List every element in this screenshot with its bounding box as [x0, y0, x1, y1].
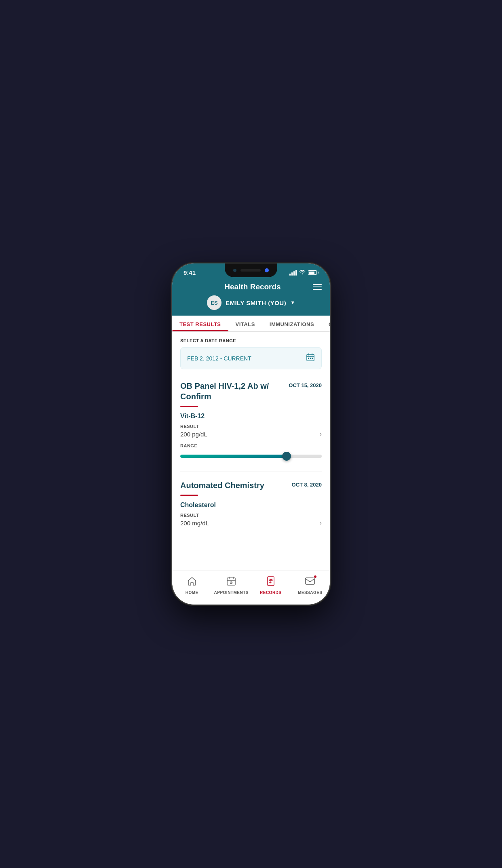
result-value-1-0: 200 mg/dL — [180, 520, 209, 527]
panel-date-0: OCT 15, 2020 — [289, 381, 322, 388]
appointments-icon — [226, 576, 236, 589]
svg-rect-3 — [312, 358, 313, 359]
test-name-0-0: Vit-B-12 — [180, 413, 322, 420]
tab-conditions[interactable]: COND — [321, 316, 330, 331]
result-card-header-1: Automated Chemistry OCT 8, 2020 — [180, 480, 322, 491]
records-icon — [266, 576, 276, 589]
result-value-0-0: 200 pg/dL — [180, 431, 207, 438]
panel-name-0: OB Panel HIV-1,2 Ab w/ Confirm — [180, 381, 284, 402]
calendar-icon — [306, 353, 315, 364]
nav-messages-label: MESSAGES — [298, 590, 323, 595]
tab-vitals[interactable]: VITALS — [228, 316, 262, 331]
test-name-1-0: Cholesterol — [180, 501, 322, 509]
user-name: EMILY SMITH (YOU) — [226, 299, 286, 306]
date-range-picker[interactable]: FEB 2, 2012 - CURRENT — [180, 347, 322, 369]
panel-date-1: OCT 8, 2020 — [292, 480, 322, 488]
screen: 9:41 — [172, 263, 330, 605]
nav-appointments-label: APPOINTMENTS — [214, 590, 249, 595]
result-label-1-0: RESULT — [180, 513, 322, 518]
app-title: Health Records — [192, 282, 313, 291]
status-icons — [289, 270, 318, 276]
nav-messages[interactable]: MESSAGES — [291, 574, 330, 596]
date-range-label: SELECT A DATE RANGE — [180, 338, 322, 343]
main-content: SELECT A DATE RANGE FEB 2, 2012 - CURREN… — [172, 332, 330, 571]
range-label-0-0: RANGE — [180, 443, 322, 448]
front-camera — [233, 269, 236, 272]
bottom-nav: HOME APPOINTMENTS — [172, 571, 330, 605]
messages-icon — [305, 576, 315, 589]
tab-test-results[interactable]: TEST RESULTS — [172, 316, 228, 331]
panel-name-1: Automated Chemistry — [180, 480, 287, 491]
phone-frame: 9:41 — [172, 263, 330, 605]
home-icon — [187, 576, 197, 589]
panel-divider-0 — [180, 406, 198, 407]
tab-immunizations[interactable]: IMMUNIZATIONS — [262, 316, 321, 331]
speaker — [240, 269, 261, 272]
result-label-0-0: RESULT — [180, 424, 322, 429]
date-range-value: FEB 2, 2012 - CURRENT — [187, 355, 251, 362]
result-card-header-0: OB Panel HIV-1,2 Ab w/ Confirm OCT 15, 2… — [180, 381, 322, 402]
chevron-right-icon: › — [320, 430, 322, 438]
user-dropdown-icon: ▼ — [290, 300, 295, 305]
result-row-1-0[interactable]: 200 mg/dL › — [180, 519, 322, 527]
header-top: Health Records — [180, 282, 322, 291]
svg-rect-7 — [306, 578, 314, 584]
section-divider — [180, 472, 322, 472]
avatar: ES — [207, 295, 221, 310]
signal-icon — [289, 270, 297, 276]
messages-badge — [313, 575, 317, 579]
user-selector[interactable]: ES EMILY SMITH (YOU) ▼ — [180, 295, 322, 310]
battery-icon — [308, 270, 318, 275]
nav-home[interactable]: HOME — [172, 574, 212, 596]
notch — [225, 263, 277, 277]
date-range-section: SELECT A DATE RANGE FEB 2, 2012 - CURREN… — [172, 332, 330, 374]
nav-appointments[interactable]: APPOINTMENTS — [212, 574, 251, 596]
tab-bar: TEST RESULTS VITALS IMMUNIZATIONS COND — [172, 316, 330, 332]
svg-rect-2 — [310, 358, 311, 359]
result-card-1: Automated Chemistry OCT 8, 2020 Choleste… — [172, 474, 330, 539]
nav-records[interactable]: RECORDS — [251, 574, 291, 596]
status-time: 9:41 — [184, 269, 196, 276]
app-header: Health Records ES EMILY SMITH (YOU) ▼ — [172, 279, 330, 316]
menu-button[interactable] — [313, 284, 322, 290]
panel-divider-1 — [180, 495, 198, 496]
wifi-icon — [299, 270, 306, 276]
result-row-0-0[interactable]: 200 pg/dL › — [180, 430, 322, 438]
face-id-sensor — [265, 268, 269, 272]
range-slider-0-0 — [180, 452, 322, 460]
chevron-right-icon-1: › — [320, 519, 322, 527]
nav-records-label: RECORDS — [260, 590, 282, 595]
svg-rect-1 — [308, 358, 309, 359]
result-card-0: OB Panel HIV-1,2 Ab w/ Confirm OCT 15, 2… — [172, 374, 330, 470]
nav-home-label: HOME — [186, 590, 198, 595]
